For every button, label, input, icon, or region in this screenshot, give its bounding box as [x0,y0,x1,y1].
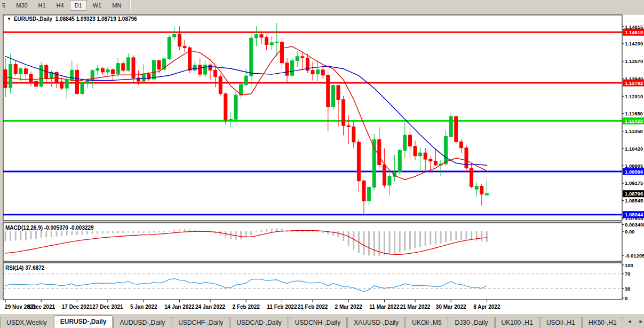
svg-text:11 Mar 2022: 11 Mar 2022 [369,304,400,310]
chart-tab-usoil-h1[interactable]: USOil-,H1 [540,317,582,328]
svg-text:30: 30 [625,286,631,292]
svg-text:70: 70 [625,271,631,277]
svg-text:24 Jan 2022: 24 Jan 2022 [195,304,226,310]
chart-window: 1.148151.142001.135701.129401.123101.116… [0,11,644,314]
svg-text:1.14618: 1.14618 [625,29,643,35]
svg-text:2 Feb 2022: 2 Feb 2022 [233,304,260,310]
svg-text:1.08545: 1.08545 [625,198,643,204]
chart-tab-dj30-daily[interactable]: DJ30-,Daily [449,317,495,328]
macd-values: -0.005070 -0.003229 [44,225,94,231]
chart-canvas[interactable]: 1.148151.142001.135701.129401.123101.116… [0,11,644,314]
svg-text:1.11680: 1.11680 [625,111,643,116]
terminal-window: 5M30H1H4D1W1MN 1.148151.142001.135701.12… [0,0,644,328]
chart-tab-hk50-h1[interactable]: HK50-,H1 [582,317,623,328]
svg-text:21 Mar 2022: 21 Mar 2022 [400,304,431,310]
svg-text:2 Mar 2022: 2 Mar 2022 [335,304,363,310]
svg-text:8 Apr 2022: 8 Apr 2022 [473,304,500,310]
svg-text:1.14200: 1.14200 [625,41,643,46]
svg-text:1.12310: 1.12310 [625,93,643,99]
svg-text:1.10420: 1.10420 [625,146,643,152]
collapse-icon[interactable]: ▼ [7,17,11,21]
svg-text:5 Jan 2022: 5 Jan 2022 [130,304,157,310]
chart-title: ▼EURUSD-,Daily 1.08845 1.09323 1.08719 1… [7,16,137,22]
rsi-value: 37.6872 [25,265,44,271]
chart-tab-ukoil-m5[interactable]: UKOil-,M5 [406,317,448,328]
chart-tab-eurusd-daily[interactable]: EURUSD-,Daily [54,315,113,328]
chart-tab-usdx-weekly[interactable]: USDX,Weekly [0,317,53,328]
svg-text:11 Feb 2022: 11 Feb 2022 [267,304,297,310]
chart-tab-uk100-h1[interactable]: UK100-,H1 [495,317,539,328]
svg-text:14 Jan 2022: 14 Jan 2022 [164,304,195,310]
timeframe-button-h1[interactable]: H1 [34,0,51,11]
chart-tab-usdcnh-daily[interactable]: USDCNH-,Daily [289,317,347,328]
svg-text:100: 100 [625,262,633,268]
timeframe-button-w1[interactable]: W1 [88,0,107,11]
tab-scroll-left-button[interactable]: ◄ [624,317,635,325]
chart-tab-usdcad-daily[interactable]: USDCAD-,Daily [230,317,288,328]
timeframe-button-mn[interactable]: MN [107,0,126,11]
svg-text:1.09175: 1.09175 [625,180,643,186]
timeframe-button-m30[interactable]: M30 [11,0,32,11]
svg-text:1.11050: 1.11050 [625,128,643,134]
timeframe-button-d1[interactable]: D1 [70,0,87,11]
timeframe-button-h4[interactable]: H4 [52,0,69,11]
svg-text:1.09596: 1.09596 [625,169,643,175]
svg-text:-0.012058: -0.012058 [625,253,644,259]
rsi-indicator-label: RSI(14) 37.6872 [5,265,44,271]
svg-text:30 Mar 2022: 30 Mar 2022 [436,304,466,310]
macd-indicator-label: MACD(12,26,9) -0.005070 -0.003229 [5,225,94,231]
svg-text:0: 0 [625,295,627,301]
chart-tab-audusd-daily[interactable]: AUDUSD-,Daily [113,317,171,328]
timeframe-button-5[interactable]: 5 [1,0,10,11]
svg-text:1.08044: 1.08044 [625,212,643,217]
svg-text:1.12792: 1.12792 [625,80,643,86]
chart-ohlc-values: 1.08845 1.09323 1.08719 1.08796 [55,16,137,22]
svg-text:17 Dec 2021: 17 Dec 2021 [62,304,93,310]
svg-text:27 Dec 2021: 27 Dec 2021 [92,304,123,310]
svg-text:1.08796: 1.08796 [625,191,643,197]
chart-tab-xauusd-daily[interactable]: XAUUSD-,Daily [347,317,405,328]
timeframe-toolbar: 5M30H1H4D1W1MN [0,0,644,11]
svg-text:1.09805: 1.09805 [625,163,643,169]
tab-scroll-right-button[interactable]: ► [635,317,644,325]
svg-text:0.003408: 0.003408 [625,222,644,228]
chart-tab-bar: USDX,WeeklyEURUSD-,DailyAUDUSD-,DailyUSD… [0,314,644,328]
svg-text:1.11422: 1.11422 [625,118,643,124]
chart-tab-usdchf-daily[interactable]: USDCHF-,Daily [172,317,229,328]
svg-text:8 Dec 2021: 8 Dec 2021 [27,304,55,310]
svg-text:1.13570: 1.13570 [625,58,643,64]
svg-text:0.00: 0.00 [625,229,635,235]
svg-text:21 Feb 2022: 21 Feb 2022 [298,304,328,310]
chart-symbol-label: EURUSD-,Daily [14,16,52,22]
toolbar-separator [130,1,131,10]
